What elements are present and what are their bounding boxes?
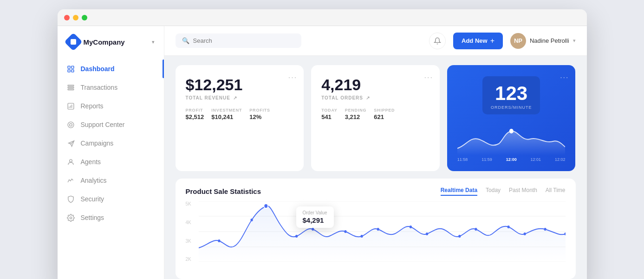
search-box[interactable]: 🔍: [176, 33, 301, 48]
svg-point-30: [425, 232, 428, 235]
investment-item: INVESTMENT $10,241: [211, 108, 242, 120]
investment-value: $10,241: [211, 113, 242, 120]
realtime-card: ... 123 ORDERS/MINUTE: [447, 65, 576, 171]
main-chart: [199, 201, 566, 262]
revenue-value: $12,251: [186, 76, 294, 93]
svg-rect-6: [68, 89, 74, 90]
close-button[interactable]: [64, 15, 70, 20]
y-label: 2K: [186, 257, 191, 262]
reports-icon: [67, 102, 75, 110]
today-value: 541: [321, 113, 338, 120]
svg-point-29: [409, 226, 411, 228]
profits-pct-value: 12%: [249, 113, 270, 120]
sidebar-item-dashboard[interactable]: Dashboard: [58, 60, 164, 78]
sidebar: MyCompany ▾ Dashboard: [58, 26, 164, 279]
time-label: 11:59: [481, 157, 492, 162]
sidebar-item-campaigns[interactable]: Campaigns: [58, 134, 164, 153]
sidebar-item-label: Support Center: [81, 121, 125, 128]
orders-value: 4,219: [321, 76, 429, 93]
orders-per-min-value: 123: [491, 83, 532, 104]
realtime-card-menu[interactable]: ...: [560, 72, 569, 80]
profits-pct-item: PROFITS 12%: [249, 108, 270, 120]
user-name: Nadine Petrolli: [530, 37, 569, 44]
chart-time-labels: 11:58 11:59 12:00 12:01 12:02: [457, 157, 566, 162]
time-label: 12:01: [531, 157, 541, 162]
orders-badge: 123 ORDERS/MINUTE: [482, 76, 540, 114]
svg-point-26: [344, 230, 346, 233]
shipped-value: 621: [374, 113, 395, 120]
tab-realtime[interactable]: Realtime Data: [441, 187, 477, 196]
svg-rect-4: [68, 85, 74, 86]
external-link-icon: ↗: [366, 95, 370, 100]
svg-point-12: [70, 123, 72, 126]
orders-per-min-label: ORDERS/MINUTE: [491, 105, 532, 110]
search-icon: 🔍: [182, 37, 189, 44]
sidebar-item-transactions[interactable]: Transactions: [58, 78, 164, 97]
svg-point-28: [377, 228, 379, 231]
sidebar-item-label: Campaigns: [81, 140, 114, 147]
shipped-item: SHIPPED 621: [374, 108, 395, 120]
brand-chevron-icon: ▾: [152, 39, 155, 45]
user-chevron-icon: ▾: [573, 38, 576, 44]
svg-rect-0: [68, 66, 70, 68]
sidebar-item-security[interactable]: Security: [58, 190, 164, 208]
chart-title: Product Sale Statistics: [186, 187, 261, 195]
svg-point-32: [475, 228, 477, 231]
y-label: 4K: [186, 220, 191, 225]
chart-container: 5K 4K 3K 2K: [186, 201, 566, 262]
svg-point-33: [507, 226, 509, 228]
orders-sub-row: TODAY 541 PENDING 3,212 SHIPPED 621: [321, 108, 429, 120]
svg-point-14: [70, 217, 72, 219]
maximize-button[interactable]: [82, 15, 87, 20]
svg-point-13: [70, 159, 72, 162]
minimize-button[interactable]: [73, 15, 78, 20]
svg-point-22: [250, 219, 253, 221]
time-label-active: 12:00: [506, 157, 517, 162]
sidebar-item-label: Settings: [81, 214, 104, 221]
header: 🔍 Add New + NP Nadine Petrolli: [164, 26, 587, 56]
sidebar-item-label: Transactions: [81, 84, 118, 91]
campaigns-icon: [67, 139, 75, 147]
brand-logo: [64, 33, 83, 51]
chart-header: Product Sale Statistics Realtime Data To…: [186, 187, 566, 196]
sidebar-item-reports[interactable]: Reports: [58, 97, 164, 115]
brand[interactable]: MyCompany ▾: [58, 35, 164, 60]
sidebar-item-analytics[interactable]: Analytics: [58, 171, 164, 190]
y-label: 5K: [186, 201, 191, 206]
svg-point-25: [312, 228, 314, 231]
user-menu[interactable]: NP Nadine Petrolli ▾: [510, 33, 576, 49]
sidebar-item-settings[interactable]: Settings: [58, 208, 164, 227]
tab-past-month[interactable]: Past Month: [509, 187, 537, 196]
orders-label: TOTAL ORDERS ↗: [321, 95, 429, 100]
y-label: 3K: [186, 239, 191, 244]
svg-point-34: [523, 232, 526, 235]
svg-point-15: [509, 129, 514, 133]
content: ... $12,251 TOTAL REVENUE ↗ PROFIT $2,51…: [164, 56, 587, 279]
sidebar-item-label: Dashboard: [81, 65, 115, 73]
investment-label: INVESTMENT: [211, 108, 242, 113]
pending-value: 3,212: [345, 113, 367, 120]
svg-point-35: [544, 228, 546, 231]
sidebar-item-support[interactable]: Support Center: [58, 115, 164, 134]
tooltip-label: Order Value: [303, 210, 327, 215]
svg-point-27: [360, 235, 363, 238]
mini-realtime-chart: [457, 123, 566, 155]
search-input[interactable]: [193, 37, 295, 44]
external-link-icon: ↗: [233, 95, 237, 100]
time-label: 12:02: [555, 157, 566, 162]
today-item: TODAY 541: [321, 108, 338, 120]
chart-tabs: Realtime Data Today Past Month All Time: [441, 187, 566, 196]
sidebar-item-label: Reports: [81, 102, 104, 110]
add-new-button[interactable]: Add New +: [453, 33, 503, 49]
tooltip-value: $4,291: [303, 216, 327, 224]
tab-today[interactable]: Today: [486, 187, 501, 196]
chart-tooltip: Order Value $4,291: [296, 206, 334, 228]
notification-button[interactable]: [429, 33, 446, 49]
sidebar-item-agents[interactable]: Agents: [58, 153, 164, 171]
orders-card-menu[interactable]: ...: [424, 72, 433, 80]
profit-label: PROFIT: [186, 108, 204, 113]
svg-point-11: [68, 122, 74, 128]
revenue-card-menu[interactable]: ...: [288, 72, 297, 80]
sidebar-item-label: Security: [81, 195, 104, 203]
tab-all-time[interactable]: All Time: [546, 187, 566, 196]
